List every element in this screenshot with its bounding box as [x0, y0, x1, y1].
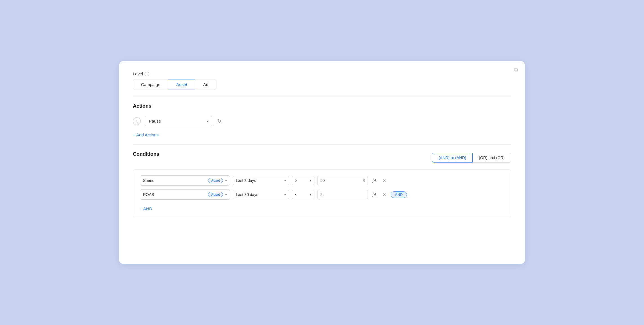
fa-icon-1[interactable]: fA	[371, 177, 378, 184]
metric-label-2: ROAS	[143, 192, 206, 197]
value-wrapper-1: 50 $	[317, 176, 368, 185]
cond-value-1: 50	[320, 178, 360, 183]
metric-select-1[interactable]: Spend Adset ▾	[140, 175, 230, 186]
action-row: 1 Pause Resume Increase Budget Decrease …	[133, 116, 511, 126]
operator-label-1: >	[295, 178, 308, 183]
time-range-chevron-2: ▾	[284, 193, 286, 197]
metric-badge-2: Adset	[208, 192, 223, 197]
condition-logic-group: (AND) or (AND) (OR) and (OR)	[432, 153, 511, 162]
metric-label-1: Spend	[143, 178, 206, 183]
level-label: Level	[133, 71, 143, 76]
divider-level-actions	[133, 96, 511, 96]
metric-chevron-2: ▾	[225, 193, 227, 197]
operator-label-2: <	[295, 192, 308, 197]
metric-select-2[interactable]: ROAS Adset ▾	[140, 189, 230, 200]
action-select-wrapper: Pause Resume Increase Budget Decrease Bu…	[145, 116, 212, 126]
conditions-title: Conditions	[133, 151, 159, 157]
fa-icon-2[interactable]: fA	[371, 191, 378, 198]
close-icon-2[interactable]: ✕	[381, 191, 388, 198]
tab-ad[interactable]: Ad	[195, 80, 216, 89]
step-badge: 1	[133, 117, 141, 125]
tab-adset[interactable]: Adset	[168, 80, 195, 89]
modal-container: ⧉ Level i Campaign Adset Ad Actions 1 Pa…	[119, 61, 525, 264]
logic-and-or-and[interactable]: (AND) or (AND)	[432, 153, 473, 162]
time-range-label-2: Last 30 days	[236, 192, 282, 197]
time-range-chevron-1: ▾	[284, 179, 286, 182]
operator-chevron-1: ▾	[310, 179, 311, 182]
metric-badge-1: Adset	[208, 178, 223, 183]
and-badge-2[interactable]: AND	[391, 191, 407, 198]
copy-icon[interactable]: ⧉	[514, 67, 518, 73]
logic-or-and-or[interactable]: (OR) and (OR)	[472, 153, 511, 162]
add-and-button[interactable]: + AND	[140, 206, 152, 211]
condition-row-2: ROAS Adset ▾ Last 30 days ▾ < ▾ 2 fA ✕	[140, 189, 504, 200]
conditions-section: Conditions (AND) or (AND) (OR) and (OR) …	[133, 151, 511, 217]
operator-select-2[interactable]: < ▾	[292, 190, 314, 199]
level-tab-group: Campaign Adset Ad	[133, 80, 511, 89]
refresh-icon[interactable]: ↻	[216, 117, 223, 125]
conditions-header: Conditions (AND) or (AND) (OR) and (OR)	[133, 151, 511, 164]
operator-chevron-2: ▾	[310, 193, 311, 197]
cond-value-2: 2	[320, 192, 363, 197]
add-actions-button[interactable]: + Add Actions	[133, 132, 158, 137]
tab-campaign[interactable]: Campaign	[133, 80, 168, 89]
metric-chevron-1: ▾	[225, 179, 227, 182]
time-range-select-2[interactable]: Last 30 days ▾	[233, 190, 289, 199]
action-select[interactable]: Pause Resume Increase Budget Decrease Bu…	[145, 116, 212, 126]
divider-actions-conditions	[133, 144, 511, 145]
conditions-box: Spend Adset ▾ Last 3 days ▾ > ▾ 50 $ fA …	[133, 170, 511, 217]
value-wrapper-2: 2	[317, 190, 368, 199]
time-range-select-1[interactable]: Last 3 days ▾	[233, 176, 289, 185]
actions-title: Actions	[133, 103, 511, 109]
actions-section: Actions 1 Pause Resume Increase Budget D…	[133, 103, 511, 137]
close-icon-1[interactable]: ✕	[381, 177, 388, 184]
cond-unit-1: $	[363, 178, 365, 183]
level-section: Level i Campaign Adset Ad	[133, 71, 511, 89]
info-icon[interactable]: i	[145, 72, 149, 76]
operator-select-1[interactable]: > ▾	[292, 176, 314, 185]
condition-row-1: Spend Adset ▾ Last 3 days ▾ > ▾ 50 $ fA …	[140, 175, 504, 186]
time-range-label-1: Last 3 days	[236, 178, 282, 183]
